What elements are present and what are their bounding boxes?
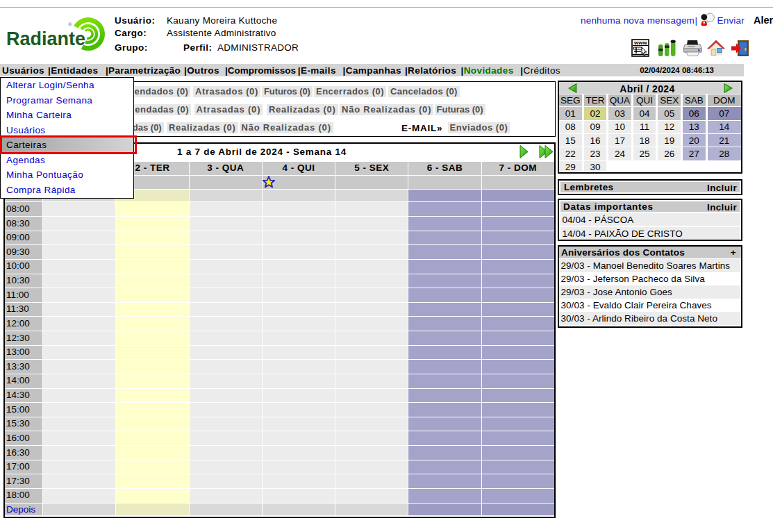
svg-text:®: ® [68, 22, 72, 28]
svg-text:www: www [633, 40, 647, 46]
